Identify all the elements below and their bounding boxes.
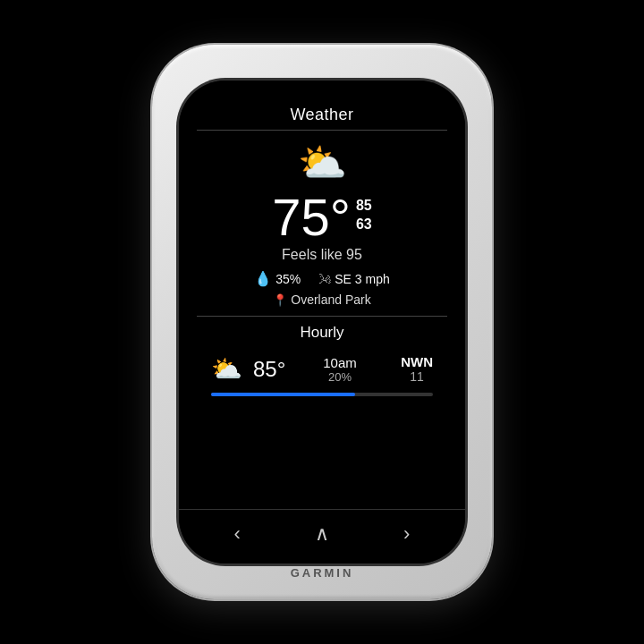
progress-bar-row <box>197 389 447 398</box>
location-row: 📍 Overland Park <box>273 292 370 307</box>
nav-up-button[interactable]: ∧ <box>304 519 340 549</box>
location-text: Overland Park <box>291 292 370 307</box>
precipitation-stat: 💧 35% <box>254 270 301 287</box>
device-inner: Weather ⛅ 75° 85 63 Feels like 95 💧 35% <box>179 80 465 564</box>
wind-icon: 🌬 <box>318 272 331 286</box>
low-temp: 63 <box>356 216 372 234</box>
wind-stat: 🌬 SE 3 mph <box>318 272 389 286</box>
brand-label: GARMIN <box>291 566 354 580</box>
progress-bar-background <box>211 393 433 396</box>
precipitation-value: 35% <box>275 272 301 286</box>
hourly-card: ⛅ 85° 10am 20% NWN 11 <box>197 349 447 389</box>
nav-left-button[interactable]: ‹ <box>224 519 251 549</box>
hourly-wind-speed: 11 <box>410 369 424 384</box>
current-temperature: 75° <box>272 191 351 243</box>
rain-icon: 💧 <box>254 270 272 287</box>
screen-top: Weather ⛅ 75° 85 63 Feels like 95 💧 35% <box>179 80 465 505</box>
wind-value: SE 3 mph <box>335 272 389 286</box>
hourly-wind-direction: NWN <box>401 354 433 369</box>
hourly-time-precip: 10am 20% <box>318 355 362 384</box>
high-temp: 85 <box>356 197 372 216</box>
divider-top <box>197 130 447 131</box>
feels-like-text: Feels like 95 <box>282 247 362 263</box>
hourly-section: Hourly ⛅ 85° 10am 20% NWN 11 <box>197 316 447 398</box>
weather-icon: ⛅ <box>298 140 347 186</box>
hourly-time: 10am <box>323 355 357 370</box>
progress-bar-fill <box>211 393 355 396</box>
garmin-device: Weather ⛅ 75° 85 63 Feels like 95 💧 35% <box>152 45 492 599</box>
hourly-wind: NWN 11 <box>401 354 433 384</box>
pin-icon: 📍 <box>273 293 287 307</box>
stats-row: 💧 35% 🌬 SE 3 mph <box>254 270 390 287</box>
page-title: Weather <box>290 106 353 124</box>
nav-right-button[interactable]: › <box>393 519 420 549</box>
hourly-section-title: Hourly <box>197 324 447 342</box>
hourly-precip: 20% <box>328 370 352 384</box>
hourly-weather-icon: ⛅ <box>211 354 242 384</box>
temperature-row: 75° 85 63 <box>272 191 372 243</box>
hourly-temperature: 85° <box>253 357 307 382</box>
high-low-temps: 85 63 <box>356 197 372 234</box>
navigation-row: ‹ ∧ › <box>179 509 465 564</box>
screen: Weather ⛅ 75° 85 63 Feels like 95 💧 35% <box>179 80 465 564</box>
